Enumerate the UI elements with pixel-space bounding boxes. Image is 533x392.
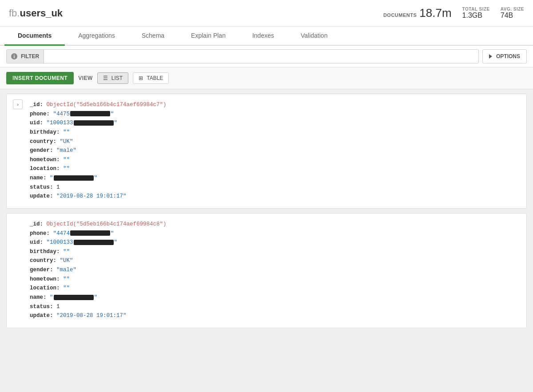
field-uid: uid: "1000133 " [30,119,519,128]
redacted [70,230,110,236]
documents-value: 18.7m [419,6,451,20]
list-icon: ☰ [103,75,108,81]
tab-explain-plan[interactable]: Explain Plan [178,27,239,46]
document-card: › _id: ObjectId("5d5eb166b4c174aef69984c… [6,94,527,209]
field-name: name: " " [30,293,519,302]
tab-documents[interactable]: Documents [4,27,65,46]
tab-validation[interactable]: Validation [287,27,341,46]
field-location: location: "" [30,284,519,293]
avg-size-label: AVG. SIZE [501,7,524,12]
info-icon: i [11,53,17,59]
field-location: location: "" [30,164,519,174]
filter-toolbar: i FILTER OPTIONS [0,46,533,67]
redacted [74,240,114,245]
avg-size-stat: AVG. SIZE 74B [501,7,524,20]
table-label: TABLE [147,75,163,81]
field-status: status: 1 [30,302,519,312]
header: fb.users_uk DOCUMENTS 18.7m TOTAL SIZE 1… [0,0,533,27]
avg-size-value: 74B [501,12,513,20]
options-button[interactable]: OPTIONS [482,49,527,63]
filter-button[interactable]: i FILTER [7,50,44,63]
field-id: _id: ObjectId("5d5eb166b4c174aef69984c8"… [30,220,519,229]
field-gender: gender: "male" [30,146,519,155]
document-content: _id: ObjectId("5d5eb166b4c174aef69984c7"… [30,100,519,201]
field-id: _id: ObjectId("5d5eb166b4c174aef69984c7"… [30,100,519,110]
insert-document-button[interactable]: INSERT DOCUMENT [6,72,74,84]
field-update: update: "2019-08-28 19:01:17" [30,311,519,321]
field-hometown: hometown: "" [30,155,519,165]
tab-aggregations[interactable]: Aggregations [65,27,128,46]
db-prefix: fb. [9,8,20,19]
triangle-icon [489,54,492,59]
field-uid: uid: "1000133 " [30,238,519,247]
field-birthday: birthday: "" [30,128,519,137]
documents-label: DOCUMENTS [383,12,417,18]
redacted [54,295,94,300]
documents-area: › _id: ObjectId("5d5eb166b4c174aef69984c… [0,89,533,356]
view-label: VIEW [78,75,93,81]
expand-button[interactable]: › [13,99,23,109]
field-gender: gender: "male" [30,265,519,275]
list-label: LIST [111,75,123,81]
document-card: _id: ObjectId("5d5eb166b4c174aef69984c8"… [6,213,527,328]
list-view-button[interactable]: ☰ LIST [97,72,128,84]
field-country: country: "UK" [30,137,519,147]
filter-input[interactable] [44,53,478,60]
total-size-stat: TOTAL SIZE 1.3GB [462,7,490,20]
action-bar: INSERT DOCUMENT VIEW ☰ LIST ⊞ TABLE [0,67,533,89]
field-name: name: " " [30,174,519,183]
field-update: update: "2019-08-28 19:01:17" [30,192,519,201]
collection-name: users_uk [20,8,63,19]
collection-title: fb.users_uk [9,8,63,19]
field-phone: phone: "4475 " [30,110,519,119]
redacted [74,120,114,126]
field-hometown: hometown: "" [30,275,519,284]
options-label: OPTIONS [496,53,520,59]
nav-tabs: Documents Aggregations Schema Explain Pl… [0,27,533,46]
filter-label: FILTER [21,53,39,59]
redacted [70,111,110,116]
table-view-button[interactable]: ⊞ TABLE [133,72,169,84]
field-phone: phone: "4474 " [30,229,519,238]
total-size-value: 1.3GB [462,12,482,20]
filter-bar: i FILTER [6,49,479,63]
field-birthday: birthday: "" [30,247,519,257]
tab-indexes[interactable]: Indexes [239,27,287,46]
tab-schema[interactable]: Schema [128,27,178,46]
document-content: _id: ObjectId("5d5eb166b4c174aef69984c8"… [30,220,519,321]
documents-stat: DOCUMENTS 18.7m [383,6,452,20]
field-status: status: 1 [30,183,519,192]
redacted [54,175,94,181]
table-icon: ⊞ [139,75,143,81]
field-country: country: "UK" [30,256,519,265]
header-stats: DOCUMENTS 18.7m TOTAL SIZE 1.3GB AVG. SI… [383,6,524,20]
total-size-label: TOTAL SIZE [462,7,490,12]
